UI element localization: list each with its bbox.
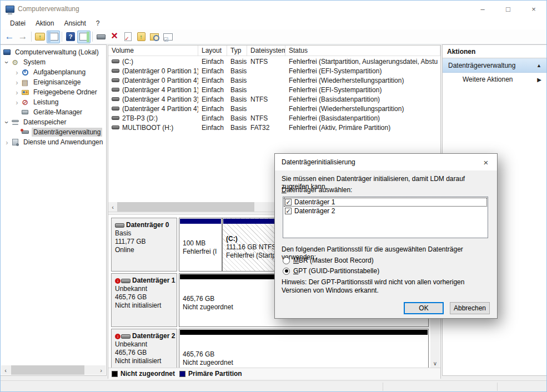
shared-folder-icon <box>21 88 29 96</box>
up-level-folder-icon[interactable] <box>33 31 47 43</box>
table-row[interactable]: (Datenträger 4 Partition 3) Einfach Basi… <box>108 94 440 104</box>
ok-button[interactable]: OK <box>404 302 444 314</box>
forward-icon[interactable] <box>16 31 29 43</box>
column-header-layout[interactable]: Layout <box>198 46 227 56</box>
menu-datei[interactable]: Datei <box>5 18 31 28</box>
list-item-disk-2[interactable]: Datenträger 2 <box>284 207 487 215</box>
minimize-icon[interactable]: – <box>470 1 495 17</box>
computer-icon <box>2 48 11 56</box>
checkbox-checked-icon[interactable] <box>285 199 292 205</box>
sidebar-item-leistung[interactable]: Leistung <box>1 97 106 107</box>
delete-icon[interactable] <box>108 31 121 43</box>
menu-ansicht[interactable]: Ansicht <box>59 18 91 28</box>
radio-mbr[interactable]: MBR (Master Boot Record) <box>283 257 374 264</box>
volume-icon <box>112 125 119 129</box>
folder-up-icon[interactable] <box>134 31 148 43</box>
volume-icon <box>112 97 119 101</box>
computer-management-window: Computerverwaltung – □ × Datei Aktion An… <box>0 0 547 392</box>
event-viewer-icon <box>21 78 29 86</box>
maximize-icon[interactable]: □ <box>495 1 521 17</box>
partition-unallocated[interactable]: 465,76 GB Nicht zugeordnet <box>179 329 429 368</box>
chevron-closed-icon[interactable] <box>13 88 21 97</box>
table-row[interactable]: (Datenträger 0 Partition 4) Einfach Basi… <box>108 76 440 85</box>
table-row[interactable]: MULTIBOOT (H:) Einfach Basis FAT32 Fehle… <box>108 123 440 132</box>
check-properties-icon[interactable] <box>121 31 134 43</box>
dialog-close-icon[interactable]: × <box>475 154 497 170</box>
table-row[interactable]: (Datenträger 4 Partition 1) Einfach Basi… <box>108 85 440 94</box>
menu-help[interactable]: ? <box>91 18 105 28</box>
scroll-left-icon[interactable]: ‹ <box>1 365 10 375</box>
view-options-icon[interactable] <box>161 31 174 43</box>
chevron-closed-icon[interactable] <box>13 98 21 107</box>
device-manager-icon <box>21 108 29 116</box>
dialog-title: Datenträgerinitialisierung <box>282 158 355 166</box>
sidebar-item-datentraegerverwaltung[interactable]: Datenträgerverwaltung <box>1 127 106 137</box>
collapse-arrow-icon[interactable]: ▲ <box>536 63 541 68</box>
scroll-left-icon[interactable]: ‹ <box>108 202 117 212</box>
chevron-closed-icon[interactable] <box>13 68 21 77</box>
sidebar-item-system[interactable]: System <box>1 57 106 67</box>
volume-icon <box>112 116 119 120</box>
table-row[interactable]: (Datenträger 4 Partition 4) Einfach Basi… <box>108 104 440 113</box>
table-row[interactable]: 2TB-P3 (D:) Einfach Basis NTFS Fehlerfre… <box>108 113 440 123</box>
disk-1-label[interactable]: ↓Datenträger 1 Unbekannt 465,76 GB Nicht… <box>111 273 177 327</box>
disk-0-label[interactable]: Datenträger 0 Basis 111,77 GB Online <box>111 218 177 272</box>
device-icon[interactable] <box>94 31 108 43</box>
list-item-disk-1[interactable]: Datenträger 1 <box>284 198 487 207</box>
table-row[interactable]: (Datenträger 0 Partition 1) Einfach Basi… <box>108 66 440 76</box>
show-action-pane-icon[interactable] <box>77 31 91 43</box>
partition-system[interactable]: 100 MB Fehlerfrei (I <box>179 218 222 272</box>
column-header-typ[interactable]: Typ <box>227 46 247 56</box>
disk-error-icon: ↓ <box>115 278 121 284</box>
toolbar <box>1 29 546 44</box>
chevron-closed-icon[interactable] <box>13 78 21 87</box>
storage-icon <box>11 118 19 126</box>
primary-partition-swatch <box>179 371 185 377</box>
services-icon <box>11 138 19 146</box>
task-scheduler-icon <box>21 68 29 76</box>
tree-horizontal-scrollbar[interactable]: ‹ › <box>1 365 106 375</box>
column-header-volume[interactable]: Volume <box>108 46 198 56</box>
help-icon[interactable] <box>64 31 77 43</box>
show-console-tree-icon[interactable] <box>47 31 60 43</box>
sidebar-item-geraete-manager[interactable]: Geräte-Manager <box>1 107 106 117</box>
chevron-open-icon[interactable] <box>3 58 11 67</box>
sidebar-item-dienste-und-anwendungen[interactable]: Dienste und Anwendungen <box>1 137 106 147</box>
gpt-note: Hinweis: Der GPT-Partitionsstil wird nic… <box>282 278 487 295</box>
toolbar-separator <box>92 32 93 42</box>
checkbox-checked-icon[interactable] <box>285 208 292 214</box>
sidebar-item-ereignisanzeige[interactable]: Ereignisanzeige <box>1 77 106 87</box>
disk-icon <box>115 223 124 228</box>
actions-more[interactable]: Weitere Aktionen ▶ <box>443 73 547 86</box>
disk-2-label[interactable]: ↓Datenträger 2 Unbekannt 465,76 GB Nicht… <box>111 329 177 368</box>
radio-gpt[interactable]: GPT (GUID-Partitionstabelle) <box>283 267 379 275</box>
sidebar-item-computerverwaltung[interactable]: Computerverwaltung (Lokal) <box>1 47 106 57</box>
chevron-open-icon[interactable] <box>3 118 11 127</box>
column-header-status[interactable]: Status <box>285 46 440 56</box>
actions-group-datentraegerverwaltung[interactable]: Datenträgerverwaltung ▲ <box>443 58 547 73</box>
sidebar-item-datenspeicher[interactable]: Datenspeicher <box>1 117 106 127</box>
sidebar-item-aufgabenplanung[interactable]: Aufgabenplanung <box>1 67 106 77</box>
volume-table-header: Volume Layout Typ Dateisystem Status <box>108 46 440 56</box>
menu-aktion[interactable]: Aktion <box>31 18 59 28</box>
select-disks-label: Datenträger auswählen: <box>282 186 352 194</box>
radio-selected-icon[interactable] <box>283 268 290 275</box>
scroll-right-icon[interactable]: › <box>97 365 106 375</box>
table-row[interactable]: (C:) Einfach Basis NTFS Fehlerfrei (Star… <box>108 57 440 66</box>
back-icon[interactable] <box>3 31 16 43</box>
disk-select-listbox[interactable]: Datenträger 1 Datenträger 2 <box>283 197 488 238</box>
menu-bar: Datei Aktion Ansicht ? <box>1 17 546 29</box>
performance-icon <box>21 98 29 106</box>
column-header-dateisystem[interactable]: Dateisystem <box>247 46 285 56</box>
sidebar-item-freigegebene-ordner[interactable]: Freigegebene Ordner <box>1 87 106 97</box>
scroll-down-icon[interactable]: ∨ <box>430 359 440 368</box>
toolbar-separator <box>62 32 62 42</box>
folder-search-icon[interactable] <box>148 31 161 43</box>
chevron-closed-icon[interactable] <box>3 138 11 147</box>
disk-icon <box>121 279 131 283</box>
cancel-button[interactable]: Abbrechen <box>450 302 490 314</box>
close-icon[interactable]: × <box>521 1 546 17</box>
submenu-arrow-icon: ▶ <box>537 77 541 83</box>
unallocated-swatch <box>112 371 118 377</box>
radio-unselected-icon[interactable] <box>283 257 290 264</box>
